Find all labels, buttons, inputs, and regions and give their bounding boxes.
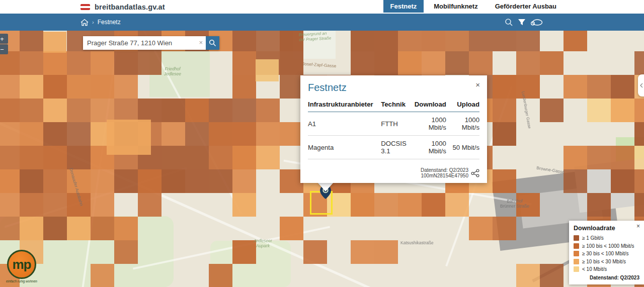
zoom-out-button[interactable]: −: [0, 44, 8, 54]
legend-label: < 10 Mbit/s: [582, 266, 607, 272]
clear-search-icon[interactable]: ×: [199, 39, 203, 46]
map-label: Friedhof Jedlesee: [164, 66, 181, 76]
popup-footer: Datenstand: Q2/2023 100mN28154E47950: [421, 167, 480, 178]
col-header-infrastrukturanbieter: Infrastrukturanbieter: [308, 98, 381, 112]
search-input[interactable]: [83, 36, 206, 50]
festnetz-popup: Festnetz × Infrastrukturanbieter Technik…: [300, 75, 487, 183]
legend-swatch: [574, 243, 579, 249]
breadcrumb-current: Festnetz: [98, 19, 121, 26]
breitbandatlas-app: breitbandatlas.gv.at Festnetz Mobilfunkn…: [0, 0, 644, 287]
legend-swatch: [574, 259, 579, 264]
legend-item: < 10 Mbit/s: [574, 266, 639, 272]
map-label: Katsushikastraße: [400, 240, 434, 245]
col-header-technik: Technik: [381, 98, 415, 112]
mp-badge-letters: mp: [13, 257, 31, 272]
legend-swatch: [574, 235, 579, 241]
brand-title: breitbandatlas.gv.at: [95, 3, 165, 11]
legend-label: ≥ 100 bis < 1000 Mbit/s: [582, 243, 634, 249]
austria-flag-icon: [80, 4, 90, 10]
legend-datenstand: Datenstand: Q2/2023: [574, 275, 639, 280]
datenstand-text: Datenstand: Q2/2023: [421, 167, 468, 173]
close-icon[interactable]: ×: [636, 223, 640, 229]
upload-cell: 1000 Mbit/s: [446, 112, 479, 136]
legend-swatch: [574, 251, 579, 256]
breadcrumb-separator: ›: [92, 19, 94, 25]
tab-mobilfunknetz[interactable]: Mobilfunknetz: [427, 0, 485, 13]
mp-badge-circle: mp: [7, 250, 36, 279]
download-cell: 1000 Mbit/s: [415, 136, 446, 159]
map-label: Breuergrund an der Prager Straße: [299, 31, 332, 42]
close-icon[interactable]: ×: [475, 81, 480, 88]
search-submit-button[interactable]: [206, 36, 219, 50]
technik-cell: DOCSIS 3.1: [381, 136, 415, 159]
table-row: A1 FTTH 1000 Mbit/s 1000 Mbit/s: [308, 112, 479, 136]
panel-handle[interactable]: [638, 74, 644, 97]
tab-festnetz[interactable]: Festnetz: [383, 0, 424, 13]
legend-item: ≥ 100 bis < 1000 Mbit/s: [574, 243, 639, 249]
mp-badge: mp einfach ruhig wohnen: [4, 250, 39, 286]
popup-meta: Datenstand: Q2/2023 100mN28154E47950: [421, 167, 468, 178]
popup-tail: [317, 182, 334, 192]
map-canvas[interactable]: Breuergrund an der Prager Straße Josef-Z…: [0, 31, 644, 287]
map-label: Bahnhof Brünner Straße: [500, 199, 529, 209]
technik-cell: FTTH: [381, 112, 415, 136]
cell-id-text: 100mN28154E47950: [421, 173, 468, 178]
col-header-upload: Upload: [446, 98, 479, 112]
search-icon[interactable]: [505, 18, 513, 27]
upload-cell: 50 Mbit/s: [446, 136, 479, 159]
legend-title: Downloadrate: [574, 225, 639, 232]
legend-label: ≥ 10 bis < 30 Mbit/s: [582, 259, 626, 264]
magnifier-icon: [209, 39, 216, 47]
legend-swatch: [574, 266, 579, 272]
tab-gefoerderter-ausbau[interactable]: Geförderter Ausbau: [488, 0, 564, 13]
main-nav: Festnetz Mobilfunknetz Geförderter Ausba…: [383, 0, 644, 14]
legend-item: ≥ 10 bis < 30 Mbit/s: [574, 259, 639, 264]
provider-cell: Magenta: [308, 136, 381, 159]
address-search: ×: [83, 36, 219, 50]
legend-item: ≥ 30 bis < 100 Mbit/s: [574, 251, 639, 256]
popup-title: Festnetz: [308, 82, 479, 93]
table-row: Magenta DOCSIS 3.1 1000 Mbit/s 50 Mbit/s: [308, 136, 479, 159]
breadcrumb: › Festnetz: [80, 14, 121, 31]
brand-logo[interactable]: breitbandatlas.gv.at: [80, 0, 165, 14]
share-nodes-icon[interactable]: [471, 169, 480, 177]
mp-badge-tagline: einfach ruhig wohnen: [4, 279, 39, 283]
chevron-left-icon: [639, 83, 643, 88]
toolbar-icons: [505, 14, 543, 31]
share-icon[interactable]: [530, 19, 543, 26]
legend-label: ≥ 1 Gbit/s: [582, 235, 604, 241]
legend-panel: Downloadrate × ≥ 1 Gbit/s ≥ 100 bis < 10…: [569, 221, 644, 284]
map-label: Jedleseer Aupark: [254, 238, 272, 248]
legend-label: ≥ 30 bis < 100 Mbit/s: [582, 251, 628, 256]
legend-item: ≥ 1 Gbit/s: [574, 235, 639, 241]
toolbar: › Festnetz: [0, 14, 644, 31]
provider-cell: A1: [308, 112, 381, 136]
provider-table: Infrastrukturanbieter Technik Download U…: [308, 98, 479, 159]
app-header: breitbandatlas.gv.at Festnetz Mobilfunkn…: [0, 0, 644, 14]
zoom-controls: + −: [0, 34, 8, 54]
home-icon[interactable]: [80, 19, 89, 26]
zoom-in-button[interactable]: +: [0, 34, 8, 44]
filter-icon[interactable]: [518, 18, 526, 26]
download-cell: 1000 Mbit/s: [415, 112, 446, 136]
col-header-download: Download: [415, 98, 446, 112]
